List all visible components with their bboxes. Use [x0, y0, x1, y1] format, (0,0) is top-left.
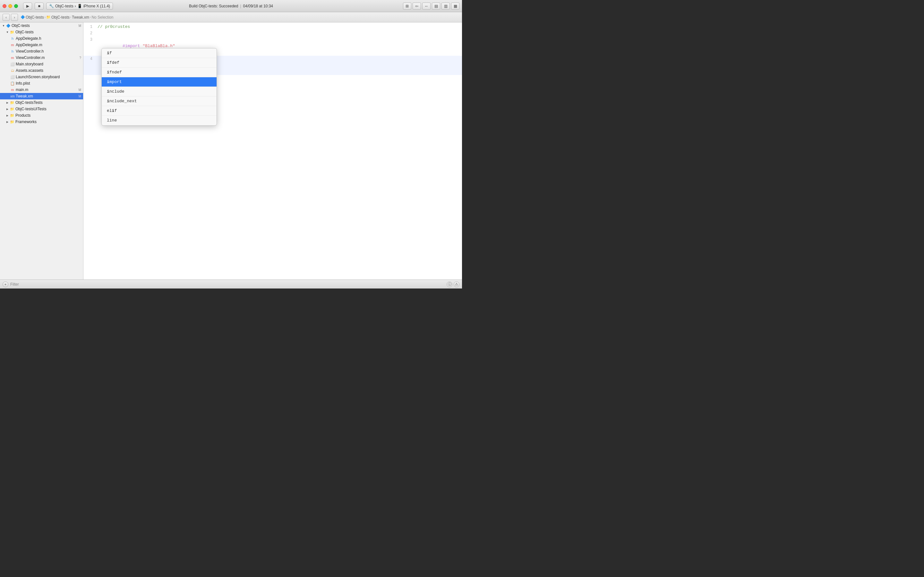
disclosure-uitests: ▶ [6, 107, 9, 111]
nav-back[interactable]: ‹ [3, 14, 10, 21]
device-icon: 📱 [78, 4, 82, 8]
main-layout: ▼ 🔷 ObjC-tests M ▼ 📁 ObjC-tests h AppDel… [0, 23, 462, 279]
sidebar-item-tweak-xm[interactable]: xm Tweak.xm M [0, 93, 83, 99]
autocomplete-item-include-next[interactable]: include_next [102, 97, 216, 106]
autocomplete-rest-include: nclude [110, 89, 124, 95]
sidebar-label-main-m: main.m [16, 87, 78, 92]
autocomplete-rest-elif: el [107, 108, 112, 114]
sidebar-item-tests[interactable]: ▶ 📁 ObjC-testsTests [0, 99, 83, 106]
bc-project[interactable]: 🔷 ObjC-tests [21, 15, 44, 19]
sidebar-item-viewcontroller-h[interactable]: h ViewController.h [0, 48, 83, 55]
warning-button[interactable]: ⚠ [454, 282, 459, 287]
autocomplete-item-if[interactable]: if [102, 48, 216, 58]
sidebar-item-frameworks[interactable]: ▶ 📁 Frameworks [0, 119, 83, 125]
sidebar-toggle[interactable]: ▤ [432, 3, 440, 10]
layout-btn-2[interactable]: ⇦ [413, 3, 421, 10]
sidebar-label-uitests: ObjC-testsUITests [15, 107, 81, 111]
sidebar-item-main-m[interactable]: m main.m M [0, 87, 83, 93]
bc-group-label: ObjC-tests [51, 15, 69, 19]
storyboard-icon-main: ⬜ [10, 62, 15, 66]
autocomplete-rest-elif-2: f [114, 108, 117, 114]
navbar: ‹ › 🔷 ObjC-tests › 📁 ObjC-tests › Tweak.… [0, 12, 462, 23]
bc-project-label: ObjC-tests [26, 15, 44, 19]
device-sep: › [75, 4, 76, 8]
sidebar-label-viewcontroller-m: ViewController.m [16, 55, 78, 60]
inspector-toggle[interactable]: ▦ [451, 3, 459, 10]
autocomplete-item-include[interactable]: include [102, 87, 216, 97]
device-label: iPhone X (11.4) [83, 4, 110, 8]
autocomplete-item-import[interactable]: import [102, 77, 216, 87]
scheme-selector[interactable]: 🔧 ObjC-tests › 📱 iPhone X (11.4) [46, 3, 113, 10]
line-number-3: 3 [83, 37, 96, 43]
sidebar-label-group-main: ObjC-tests [15, 30, 81, 34]
maximize-button[interactable] [14, 4, 18, 8]
autocomplete-rest-if: f [110, 50, 112, 56]
sidebar-label-infoplist: Info.plist [16, 81, 81, 85]
bc-sep-2: › [70, 15, 71, 19]
info-icon: ⓘ [448, 282, 451, 287]
build-time: 04/09/18 at 10:34 [243, 4, 273, 8]
layout-btn-3[interactable]: ↔ [422, 3, 431, 10]
sidebar-label-frameworks: Frameworks [15, 119, 81, 124]
folder-icon-tests: 📁 [10, 100, 15, 105]
disclosure-tests: ▶ [6, 101, 9, 104]
editor-toggle[interactable]: ▥ [441, 3, 450, 10]
sidebar-item-group-main[interactable]: ▼ 📁 ObjC-tests [0, 29, 83, 35]
bc-selection[interactable]: No Selection [91, 15, 113, 19]
line-number-4: 4 [83, 56, 96, 62]
code-import-keyword: #import [123, 44, 142, 48]
folder-icon-frameworks: 📁 [10, 119, 15, 124]
autocomplete-item-ifdef[interactable]: ifdef [102, 58, 216, 68]
autocomplete-match-elif: i [112, 108, 115, 114]
autocomplete-item-elif[interactable]: elif [102, 106, 216, 116]
disclosure-main: ▼ [6, 31, 9, 34]
minimize-button[interactable] [8, 4, 12, 8]
storyboard-icon-launch: ⬜ [10, 75, 15, 79]
sidebar-item-appdelegate-m[interactable]: m AppDelegate.m [0, 42, 83, 48]
code-editor[interactable]: 1 // pr0crustes 2 3 #import "BlaBlaBla.h… [83, 23, 462, 279]
folder-icon-products: 📁 [10, 113, 15, 118]
sidebar-badge-tweak-xm: M [79, 95, 81, 98]
sidebar-item-infoplist[interactable]: 📋 Info.plist [0, 80, 83, 87]
autocomplete-match-include: i [107, 89, 110, 95]
disclosure-products: ▶ [6, 114, 9, 117]
sidebar-label-assets: Assets.xcassets [16, 68, 81, 73]
bc-sep-3: › [90, 15, 91, 19]
xcassets-icon: 🗂 [10, 68, 15, 73]
add-file-button[interactable]: + [3, 282, 8, 287]
autocomplete-item-line[interactable]: line [102, 116, 216, 125]
status-label: Build ObjC-tests: Succeeded [189, 4, 238, 8]
info-button[interactable]: ⓘ [447, 282, 452, 287]
sidebar-item-assets[interactable]: 🗂 Assets.xcassets [0, 67, 83, 74]
autocomplete-rest-import: mport [110, 79, 122, 85]
sidebar-item-products[interactable]: ▶ 📁 Products [0, 112, 83, 119]
sidebar-item-uitests[interactable]: ▶ 📁 ObjC-testsUITests [0, 106, 83, 112]
nav-forward[interactable]: › [11, 14, 18, 21]
sidebar-label-viewcontroller-h: ViewController.h [16, 49, 81, 53]
sidebar-badge-viewcontroller-m: ? [79, 56, 81, 60]
sidebar-item-appdelegate-h[interactable]: h AppDelegate.h [0, 35, 83, 42]
play-button[interactable]: ▶ [23, 3, 32, 10]
sidebar-item-main-storyboard[interactable]: ⬜ Main.storyboard [0, 61, 83, 67]
titlebar: ▶ ■ 🔧 ObjC-tests › 📱 iPhone X (11.4) Bui… [0, 0, 462, 12]
sidebar-item-root[interactable]: ▼ 🔷 ObjC-tests M [0, 23, 83, 29]
sidebar-label-products: Products [15, 113, 81, 118]
h-icon-vc: h [10, 49, 15, 53]
sidebar-item-launchscreen[interactable]: ⬜ LaunchScreen.storyboard [0, 74, 83, 80]
close-button[interactable] [3, 4, 6, 8]
sidebar-item-viewcontroller-m[interactable]: m ViewController.m ? [0, 55, 83, 61]
line-number-2: 2 [83, 30, 96, 37]
autocomplete-item-ifndef[interactable]: ifndef [102, 68, 216, 77]
editor-area: 1 // pr0crustes 2 3 #import "BlaBlaBla.h… [83, 23, 462, 279]
disclosure-frameworks: ▶ [6, 120, 9, 123]
bc-file[interactable]: Tweak.xm [72, 15, 89, 19]
sidebar-label-root: ObjC-tests [11, 23, 78, 28]
bc-group[interactable]: 📁 ObjC-tests [46, 15, 69, 19]
add-icon: + [5, 282, 6, 286]
stop-button[interactable]: ■ [35, 3, 44, 10]
autocomplete-dropdown: if ifdef ifndef import include include_n… [102, 48, 217, 126]
toolbar-right: ⊞ ⇦ ↔ ▤ ▥ ▦ [403, 3, 459, 10]
traffic-lights [3, 4, 18, 8]
layout-btn-1[interactable]: ⊞ [403, 3, 411, 10]
separator: | [240, 4, 241, 8]
